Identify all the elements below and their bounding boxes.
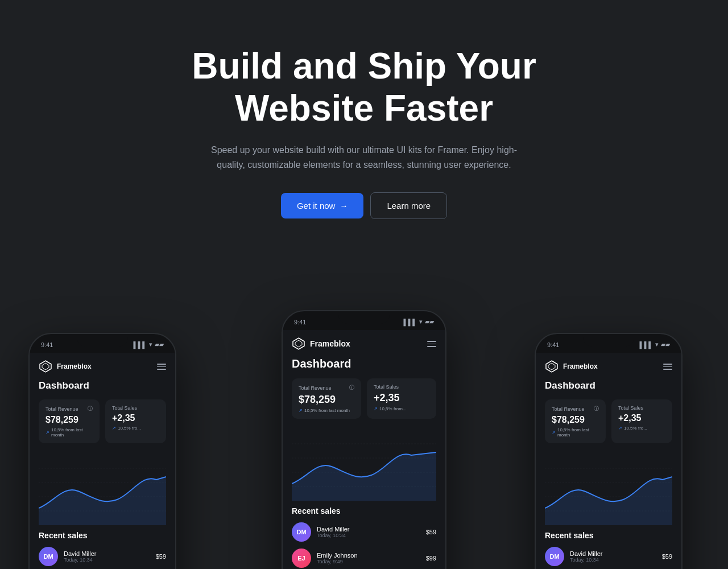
- get-it-now-button[interactable]: Get it now →: [281, 193, 364, 218]
- svg-marker-7: [295, 340, 302, 347]
- sale-item-1-center: DM David Miller Today, 10:34 $59: [292, 522, 436, 542]
- stats-row-right: Total Revenue ⓘ $78,259 ↗ 10,5% from las…: [545, 399, 672, 443]
- dashboard-title-left: Dashboard: [39, 380, 166, 391]
- stat-card-revenue-center: Total Revenue ⓘ $78,259 ↗ 10,5% from las…: [292, 378, 361, 419]
- phone-frame-left: 9:41 ▌▌▌ ▾ ▰▰ Frameblox: [28, 333, 176, 569]
- logo-icon-left: [39, 360, 52, 373]
- svg-marker-0: [40, 361, 51, 372]
- hero-subtitle: Speed up your website build with our ult…: [199, 143, 529, 172]
- phone-left: 9:41 ▌▌▌ ▾ ▰▰ Frameblox: [28, 333, 176, 569]
- logo-icon-right: [545, 360, 559, 373]
- recent-sales-title-left: Recent sales: [39, 531, 166, 540]
- hamburger-menu-center: [427, 341, 436, 347]
- stat-card-sales-left: Total Sales +2,35 ↗ 10,5% fro...: [105, 399, 166, 443]
- phone-nav-right: Frameblox: [545, 353, 672, 380]
- dashboard-title-center: Dashboard: [292, 357, 436, 370]
- logo-icon-center: [292, 337, 305, 351]
- phone-logo-center: Frameblox: [292, 337, 350, 351]
- sale-item-2-center: EJ Emily Johnson Today, 9:49 $99: [292, 549, 436, 568]
- phone-right: 9:41 ▌▌▌ ▾ ▰▰ Frameblox: [535, 333, 682, 569]
- cta-buttons: Get it now → Learn more: [11, 192, 717, 219]
- sale-item-1-right: DM David Miller Today, 10:34 $59: [545, 547, 672, 566]
- learn-more-button[interactable]: Learn more: [370, 192, 447, 219]
- phone-nav-left: Frameblox: [39, 353, 166, 380]
- chart-svg-center: [292, 427, 436, 501]
- stat-card-sales-center: Total Sales +2,35 ↗ 10,5% from...: [367, 378, 436, 419]
- phone-center: 9:41 ▌▌▌ ▾ ▰▰ Frameblox: [282, 310, 446, 569]
- hero-section: Build and Ship Your Website Faster Speed…: [0, 0, 728, 276]
- recent-sales-title-center: Recent sales: [292, 506, 436, 516]
- recent-sales-title-right: Recent sales: [545, 531, 672, 540]
- status-icons-center: ▌▌▌ ▾ ▰▰: [404, 318, 434, 325]
- svg-marker-6: [293, 338, 304, 349]
- stat-card-revenue-right: Total Revenue ⓘ $78,259 ↗ 10,5% from las…: [545, 399, 606, 443]
- svg-marker-1: [42, 363, 49, 370]
- phone-content-center: Frameblox Dashboard Total Revenue ⓘ: [283, 330, 445, 569]
- hero-title: Build and Ship Your Website Faster: [165, 46, 563, 129]
- chart-left: [39, 451, 166, 525]
- dashboard-title-right: Dashboard: [545, 380, 672, 391]
- phone-frame-center: 9:41 ▌▌▌ ▾ ▰▰ Frameblox: [282, 310, 446, 569]
- sale-item-1-left: DM David Miller Today, 10:34 $59: [39, 547, 166, 566]
- chart-right: [545, 451, 672, 525]
- chart-svg-right: [545, 451, 672, 525]
- svg-marker-12: [546, 361, 557, 372]
- avatar-dm-left: DM: [39, 547, 58, 566]
- arrow-right-icon: →: [340, 201, 348, 211]
- phone-logo-left: Frameblox: [39, 360, 92, 373]
- status-icons-left: ▌▌▌ ▾ ▰▰: [134, 341, 164, 348]
- avatar-dm-right: DM: [545, 547, 564, 566]
- chart-center: [292, 427, 436, 501]
- svg-marker-13: [548, 363, 555, 370]
- chart-svg-left: [39, 451, 166, 525]
- phone-notch-left: [77, 334, 128, 347]
- stat-card-revenue-left: Total Revenue ⓘ $78,259 ↗ 10,5% from las…: [39, 399, 100, 443]
- phone-content-right: Frameblox Dashboard Total Revenue ⓘ: [536, 353, 681, 569]
- phone-notch-right: [583, 334, 634, 347]
- avatar-ej-center: EJ: [292, 549, 311, 568]
- phone-content-left: Frameblox Dashboard Total Revenue ⓘ: [30, 353, 175, 569]
- hamburger-menu-left: [157, 364, 166, 370]
- phone-nav-center: Frameblox: [292, 330, 436, 357]
- phone-frame-right: 9:41 ▌▌▌ ▾ ▰▰ Frameblox: [535, 333, 682, 569]
- status-icons-right: ▌▌▌ ▾ ▰▰: [640, 341, 670, 348]
- stats-row-left: Total Revenue ⓘ $78,259 ↗ 10,5% from las…: [39, 399, 166, 443]
- stats-row-center: Total Revenue ⓘ $78,259 ↗ 10,5% from las…: [292, 378, 436, 419]
- hamburger-menu-right: [663, 364, 672, 370]
- phones-section: 9:41 ▌▌▌ ▾ ▰▰ Frameblox: [0, 287, 728, 569]
- phone-notch-center: [338, 311, 390, 324]
- avatar-dm-center: DM: [292, 522, 311, 542]
- stat-card-sales-right: Total Sales +2,35 ↗ 10,5% fro...: [611, 399, 672, 443]
- phone-logo-right: Frameblox: [545, 360, 598, 373]
